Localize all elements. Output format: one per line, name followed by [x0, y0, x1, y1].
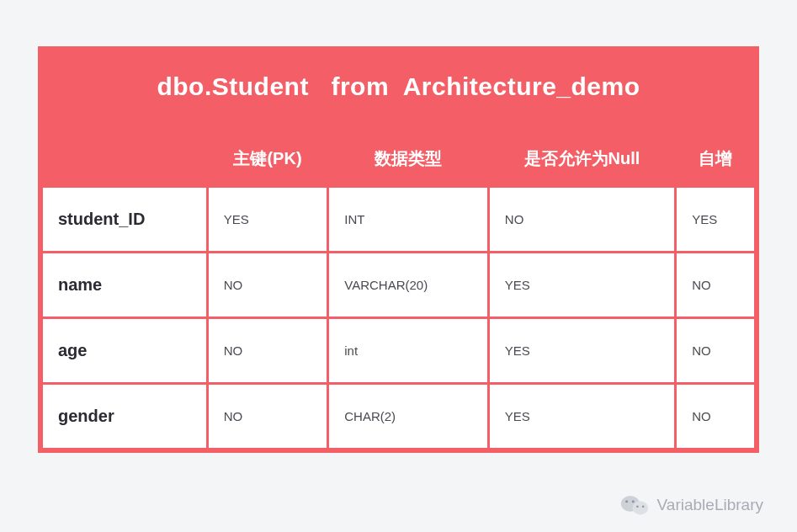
svg-point-4: [636, 505, 639, 508]
cell-autoinc: NO: [677, 319, 754, 382]
cell-pk: NO: [209, 319, 327, 382]
row-field-name: age: [43, 319, 206, 382]
svg-point-5: [642, 505, 645, 508]
row-field-name: name: [43, 253, 206, 317]
row-field-name: student_ID: [43, 188, 206, 251]
cell-datatype: int: [329, 319, 487, 382]
table-row: age NO int YES NO: [43, 319, 754, 382]
table-title: dbo.Student from Architecture_demo: [40, 49, 757, 130]
table-row: gender NO CHAR(2) YES NO: [43, 385, 754, 448]
cell-pk: YES: [209, 188, 327, 251]
watermark: VariableLibrary: [620, 493, 763, 517]
cell-datatype: VARCHAR(20): [329, 253, 487, 317]
header-blank: [43, 132, 206, 185]
cell-nullable: YES: [490, 253, 674, 317]
cell-nullable: YES: [490, 385, 674, 448]
col-header-datatype: 数据类型: [329, 132, 487, 185]
svg-point-1: [632, 501, 648, 514]
table-row: name NO VARCHAR(20) YES NO: [43, 253, 754, 317]
schema-table-container: dbo.Student from Architecture_demo 主键(PK…: [38, 46, 759, 453]
col-header-nullable: 是否允许为Null: [490, 132, 674, 185]
cell-datatype: CHAR(2): [329, 385, 487, 448]
col-header-autoinc: 自增: [677, 132, 754, 185]
table-row: student_ID YES INT NO YES: [43, 188, 754, 251]
cell-nullable: YES: [490, 319, 674, 382]
watermark-text: VariableLibrary: [657, 496, 763, 514]
row-field-name: gender: [43, 385, 206, 448]
cell-autoinc: NO: [677, 385, 754, 448]
col-header-pk: 主键(PK): [209, 132, 327, 185]
cell-datatype: INT: [329, 188, 487, 251]
cell-pk: NO: [209, 253, 327, 317]
cell-nullable: NO: [490, 188, 674, 251]
cell-autoinc: NO: [677, 253, 754, 317]
svg-point-3: [631, 500, 634, 503]
header-row: 主键(PK) 数据类型 是否允许为Null 自增: [43, 132, 754, 185]
schema-table: 主键(PK) 数据类型 是否允许为Null 自增 student_ID YES …: [40, 130, 757, 450]
wechat-icon: [620, 493, 649, 517]
svg-point-2: [625, 500, 628, 503]
cell-pk: NO: [209, 385, 327, 448]
cell-autoinc: YES: [677, 188, 754, 251]
